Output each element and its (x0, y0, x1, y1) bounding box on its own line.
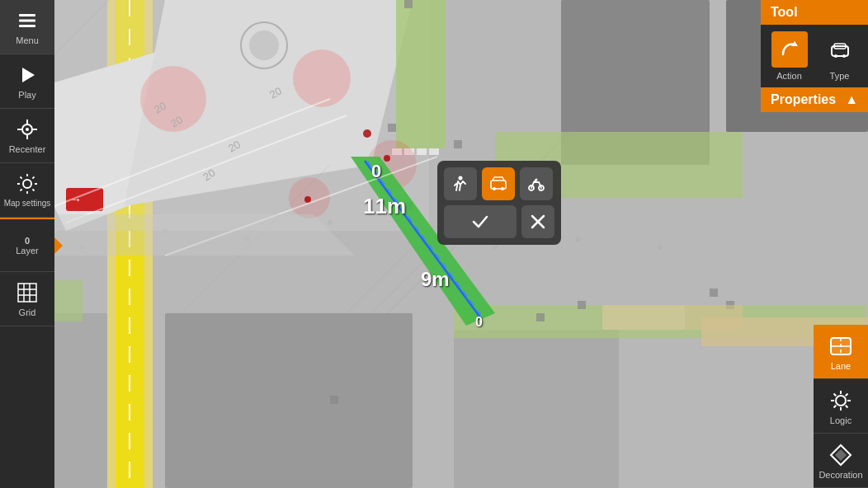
right-panel: Tool Action (761, 0, 868, 112)
lane-label: Lane (831, 361, 851, 371)
map-settings-button[interactable]: Map settings (0, 163, 54, 218)
grid-label: Grid (19, 307, 36, 317)
svg-rect-22 (429, 148, 439, 155)
svg-rect-11 (165, 313, 413, 488)
popup-bike-button[interactable] (520, 167, 553, 200)
grid-button[interactable]: Grid (0, 272, 54, 326)
svg-point-107 (501, 187, 504, 190)
decoration-label: Decoration (818, 470, 862, 480)
layer-label: Layer (16, 246, 39, 256)
svg-point-58 (363, 129, 371, 138)
svg-marker-103 (835, 449, 847, 461)
play-button[interactable]: Play (0, 54, 54, 109)
svg-point-38 (575, 237, 580, 242)
map-popup (437, 161, 561, 245)
action-icon-bg (771, 31, 808, 68)
svg-point-39 (658, 245, 663, 250)
decoration-button[interactable]: Decoration (814, 434, 868, 488)
logic-button[interactable]: Logic (814, 379, 868, 434)
map-label-0a: 0 (371, 161, 381, 182)
lane-button[interactable]: Lane (814, 325, 868, 379)
svg-marker-74 (54, 214, 355, 256)
type-label: Type (830, 71, 850, 81)
tool-type[interactable]: Type (822, 31, 858, 81)
svg-marker-76 (602, 305, 743, 330)
layer-arrow (54, 237, 63, 254)
svg-rect-42 (454, 140, 462, 148)
svg-point-60 (304, 196, 311, 203)
layer-number: 0 (25, 236, 30, 246)
svg-rect-40 (388, 124, 396, 132)
svg-rect-44 (536, 313, 545, 321)
logic-label: Logic (830, 415, 851, 425)
layer-button[interactable]: 0 Layer (0, 218, 54, 272)
map-settings-label: Map settings (4, 199, 51, 208)
right-bottom-panel: Lane Logic Decoration (814, 325, 868, 488)
tool-header: Tool (761, 0, 868, 25)
popup-bottom-row (444, 205, 554, 238)
tool-items: Action Type (761, 25, 868, 87)
svg-rect-48 (330, 396, 338, 404)
svg-point-101 (836, 396, 846, 406)
svg-point-59 (384, 155, 390, 162)
map-label-0b: 0 (475, 315, 483, 330)
popup-confirm-button[interactable] (444, 205, 517, 238)
left-sidebar: Menu Play Recenter Map settings 0 Layer (0, 0, 54, 488)
properties-header: Properties ▲ (761, 87, 868, 112)
svg-point-35 (328, 220, 333, 225)
svg-rect-45 (578, 301, 586, 309)
svg-rect-21 (417, 148, 427, 155)
properties-label: Properties (771, 92, 836, 107)
map-container[interactable]: → 20 20 20 20 20 (0, 0, 868, 488)
svg-rect-13 (454, 330, 619, 488)
map-label-9m: 9m (421, 268, 450, 291)
svg-rect-79 (19, 25, 35, 27)
svg-marker-80 (22, 68, 35, 82)
svg-point-104 (459, 176, 463, 181)
popup-cancel-button[interactable] (521, 205, 554, 238)
svg-point-106 (493, 187, 496, 190)
svg-rect-41 (404, 0, 413, 8)
play-label: Play (18, 90, 35, 100)
svg-rect-47 (710, 289, 718, 297)
svg-point-87 (23, 180, 31, 188)
svg-rect-14 (396, 0, 446, 148)
svg-point-65 (249, 30, 279, 60)
map-label-11m: 11m (363, 194, 406, 219)
action-label: Action (776, 71, 802, 81)
popup-car-button[interactable] (482, 167, 515, 200)
tool-action[interactable]: Action (771, 31, 808, 81)
svg-point-55 (293, 49, 351, 107)
svg-rect-88 (18, 284, 36, 302)
svg-point-97 (842, 54, 846, 58)
svg-point-37 (493, 245, 498, 250)
popup-pedestrian-button[interactable] (444, 167, 477, 200)
svg-point-82 (26, 128, 29, 131)
menu-button[interactable]: Menu (0, 0, 54, 54)
svg-rect-78 (19, 19, 35, 21)
svg-rect-77 (19, 14, 35, 16)
popup-top-row (444, 167, 554, 200)
recenter-button[interactable]: Recenter (0, 109, 54, 163)
type-icon-bg (822, 31, 858, 68)
svg-point-96 (834, 54, 837, 58)
menu-label: Menu (16, 35, 39, 45)
svg-point-110 (535, 179, 538, 181)
properties-arrow-icon: ▲ (845, 92, 858, 107)
recenter-label: Recenter (9, 144, 46, 154)
